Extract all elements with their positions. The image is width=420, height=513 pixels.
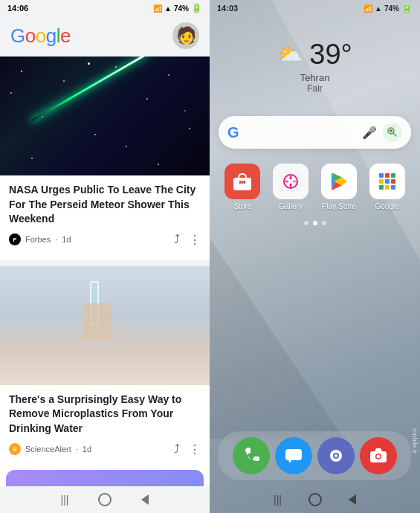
watermark: mobile.ir <box>411 428 419 454</box>
dock <box>219 431 411 480</box>
deco-triangle-2 <box>210 216 343 439</box>
svg-rect-10 <box>285 449 302 460</box>
apps-grid: Store Gallery <box>210 156 420 218</box>
article-1-content: NASA Urges Public To Leave The City For … <box>0 175 210 254</box>
wifi-icon: 📶 <box>153 4 162 13</box>
weather-row: ⛅ 39° <box>210 39 420 71</box>
left-panel: 14:06 📶 ▲ 74% 🔋 Google 🧑 <box>0 0 210 513</box>
article-2-title: There's a Surprisingly Easy Way to Remov… <box>9 393 201 436</box>
google-logo[interactable]: Google <box>10 25 71 48</box>
left-nav-home[interactable] <box>98 493 112 506</box>
right-panel: 14:03 📶 ▲ 74% 🔋 ⛅ 39° Tehran Fair G 🎤 <box>210 0 420 513</box>
svg-rect-3 <box>233 178 251 190</box>
stars-bg <box>0 57 210 175</box>
store-label: Store <box>233 202 251 210</box>
news-card-2[interactable]: There's a Surprisingly Easy Way to Remov… <box>0 266 210 464</box>
article-2-actions[interactable]: ⤴ ⋮ <box>174 442 201 456</box>
right-wifi-icon: 📶 <box>364 4 372 13</box>
science-icon: S <box>9 443 21 455</box>
mic-icon[interactable]: 🎤 <box>362 126 377 140</box>
google-header: Google 🧑 <box>0 16 210 57</box>
gallery-icon[interactable] <box>273 164 308 199</box>
bottom-card-teaser[interactable] <box>6 470 204 486</box>
article-1-dot: · <box>55 235 57 244</box>
svg-point-7 <box>288 179 293 184</box>
svg-line-2 <box>393 133 396 136</box>
store-icon[interactable] <box>224 164 260 199</box>
google-grid-icon <box>379 173 395 190</box>
g-letter: G <box>227 124 239 141</box>
right-status-bar: 14:03 📶 ▲ 74% 🔋 <box>210 0 420 16</box>
dock-samsung[interactable] <box>317 437 355 474</box>
share-icon-1[interactable]: ⤴ <box>174 233 180 246</box>
right-nav-bar: ||| <box>210 486 420 513</box>
playstore-icon[interactable] <box>321 164 357 199</box>
right-nav-home[interactable] <box>308 493 322 506</box>
battery-icon: 🔋 <box>191 3 202 13</box>
article-1-meta: F Forbes · 1d ⤴ ⋮ <box>9 233 201 247</box>
article-1-title: NASA Urges Public To Leave The City For … <box>9 183 201 227</box>
left-nav-bar: ||| <box>0 486 210 513</box>
card-divider-1 <box>0 260 210 266</box>
article-2-meta: S ScienceAlert · 1d ⤴ ⋮ <box>9 442 201 456</box>
article-1-source-name: Forbes <box>25 235 51 244</box>
article-1-time: 1d <box>62 235 71 244</box>
svg-point-14 <box>335 454 337 457</box>
news-feed[interactable]: NASA Urges Public To Leave The City For … <box>0 57 210 486</box>
article-2-image <box>0 266 210 385</box>
left-nav-recent[interactable]: ||| <box>61 494 69 506</box>
left-nav-back[interactable] <box>141 494 149 505</box>
left-time: 14:06 <box>7 4 28 13</box>
weather-widget: ⛅ 39° Tehran Fair <box>210 16 420 109</box>
article-1-actions[interactable]: ⤴ ⋮ <box>174 233 201 247</box>
weather-temp: 39° <box>309 39 352 71</box>
dot-2 <box>313 221 317 225</box>
battery-text: 74% <box>174 4 189 13</box>
svg-marker-11 <box>288 460 291 463</box>
left-status-bar: 14:06 📶 ▲ 74% 🔋 <box>0 0 210 16</box>
dock-phone[interactable] <box>233 437 270 474</box>
forbes-icon: F <box>9 233 21 245</box>
news-card-1[interactable]: NASA Urges Public To Leave The City For … <box>0 57 210 254</box>
page-dots <box>210 221 420 225</box>
left-status-icons: 📶 ▲ 74% 🔋 <box>153 3 202 13</box>
playstore-label: Play Store <box>322 202 356 210</box>
more-icon-1[interactable]: ⋮ <box>189 233 201 247</box>
right-nav-recent[interactable]: ||| <box>274 494 282 506</box>
right-signal-icon: ▲ <box>375 4 382 13</box>
right-time: 14:03 <box>217 4 238 13</box>
dot-3 <box>322 221 326 225</box>
article-2-time: 1d <box>83 445 91 454</box>
weather-icon: ⛅ <box>277 42 303 67</box>
article-2-source: S ScienceAlert · 1d <box>9 443 91 455</box>
right-nav-back[interactable] <box>349 494 356 505</box>
avatar[interactable]: 🧑 <box>172 22 199 49</box>
article-1-image <box>0 57 210 175</box>
article-2-source-name: ScienceAlert <box>25 445 71 454</box>
share-icon-2[interactable]: ⤴ <box>174 442 180 456</box>
signal-icon: ▲ <box>164 4 172 13</box>
lens-icon[interactable] <box>383 123 402 142</box>
more-icon-2[interactable]: ⋮ <box>189 442 201 456</box>
google-label: Google <box>375 202 399 210</box>
google-app-icon[interactable] <box>369 164 405 199</box>
dock-messages[interactable] <box>275 437 312 474</box>
weather-desc: Fair <box>210 83 420 94</box>
app-store[interactable]: Store <box>222 164 264 210</box>
dock-camera[interactable] <box>360 437 397 474</box>
article-2-dot: · <box>76 445 78 454</box>
svg-point-1 <box>390 129 392 132</box>
right-battery-text: 74% <box>384 4 399 13</box>
right-status-icons: 📶 ▲ 74% 🔋 <box>364 3 413 13</box>
search-bar[interactable]: G 🎤 <box>219 116 411 149</box>
svg-point-17 <box>376 455 380 459</box>
app-gallery[interactable]: Gallery <box>270 164 312 210</box>
app-playstore[interactable]: Play Store <box>318 164 361 210</box>
dot-1 <box>304 221 308 225</box>
article-2-content: There's a Surprisingly Easy Way to Remov… <box>0 385 210 464</box>
article-1-source: F Forbes · 1d <box>9 233 71 245</box>
weather-city: Tehran <box>210 72 420 83</box>
app-google[interactable]: Google <box>366 164 408 210</box>
gallery-label: Gallery <box>279 202 303 210</box>
right-battery-icon: 🔋 <box>401 3 413 13</box>
